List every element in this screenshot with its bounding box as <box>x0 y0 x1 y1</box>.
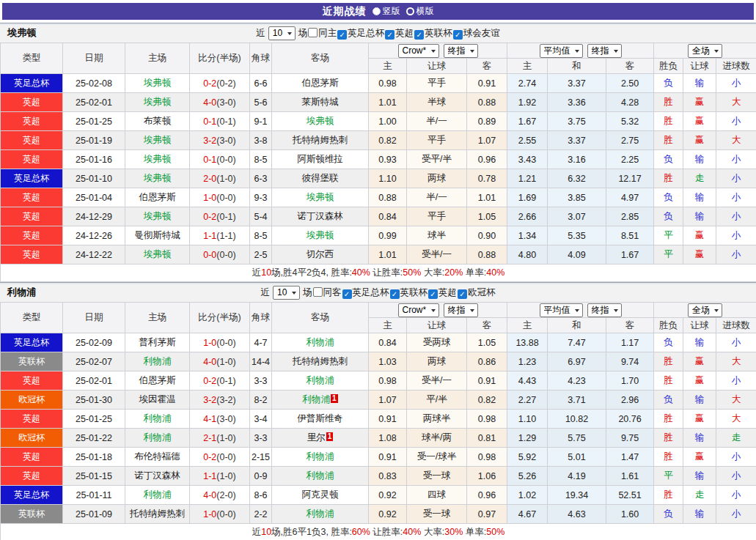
match-score: 1-0(0-0) <box>190 188 250 207</box>
competition-checkbox[interactable]: ✓ <box>453 30 463 40</box>
match-row: 英联杯25-02-07利物浦4-0(1-0)14-4托特纳姆热刺1.03两球0.… <box>1 352 756 371</box>
radio-selected-icon[interactable] <box>373 7 381 15</box>
fulltime-score: 1-0 <box>203 193 216 203</box>
summary-segment: 50% <box>486 527 504 537</box>
eu-away-odds: 2.50 <box>606 74 654 93</box>
fulltime-score: 0-2 <box>203 376 216 386</box>
col-handicap: 让球 <box>683 59 716 74</box>
corner-count: 5-4 <box>250 207 272 226</box>
radio-unselected-icon[interactable] <box>406 7 414 15</box>
scope-select[interactable]: 全场 <box>688 303 722 317</box>
team-section-liverpool: 利物浦 近10场同客✓英足总杯✓英联杯✓英超✓欧冠杯 类型 日期 主场 比分(半… <box>0 282 756 540</box>
competition-checkbox[interactable]: ✓ <box>458 289 467 299</box>
team-name-text: 埃弗顿 <box>307 192 334 202</box>
result-outcome: 负 <box>654 505 683 524</box>
summary-segment: 大率: <box>421 267 444 278</box>
same-side-checkbox[interactable] <box>313 287 323 297</box>
layout-option-horizontal[interactable]: 横版 <box>406 5 434 18</box>
corner-count: 4-7 <box>250 333 272 352</box>
summary-segment: 让胜率: <box>370 527 403 537</box>
match-count-select[interactable]: 10 <box>268 26 296 40</box>
filter-controls: 近10场同主✓英足总杯✓英超✓英联杯✓球会友谊 <box>255 26 501 40</box>
same-side-checkbox[interactable] <box>308 28 318 37</box>
away-team: 托特纳姆热刺 <box>272 131 369 150</box>
result-goals: 小 <box>716 467 756 486</box>
match-score: 4-0(1-0) <box>190 352 250 371</box>
match-type-badge: 英超 <box>1 410 63 429</box>
eu-final-select[interactable]: 终指 <box>587 303 622 317</box>
match-date: 25-01-25 <box>63 112 125 131</box>
eu-average-select[interactable]: 平均值 <box>540 44 583 58</box>
col-eu-away: 客 <box>606 318 654 333</box>
competition-checkbox[interactable]: ✓ <box>428 289 438 299</box>
result-goals: 小 <box>716 245 756 265</box>
team-name-text: 伯恩茅斯 <box>302 78 339 88</box>
bookmaker-select[interactable]: Crow* <box>398 303 439 317</box>
home-team: 布伦特福德 <box>125 448 190 467</box>
summary-segment: 场,胜6平1负3, 胜率: <box>271 527 352 537</box>
unit-label: 场 <box>298 28 308 38</box>
team-name-text: 利物浦 <box>307 451 334 462</box>
competition-checkbox[interactable]: ✓ <box>337 30 347 40</box>
match-score: 0-2(0-1) <box>190 371 250 391</box>
match-row: 英超25-02-01埃弗顿4-0(3-0)5-6莱斯特城1.01半球0.881.… <box>1 93 756 112</box>
radio-vertical-label: 竖版 <box>383 5 400 18</box>
match-date: 25-01-19 <box>63 131 125 150</box>
eu-average-select-wrap: 平均值 <box>540 303 583 317</box>
competition-checkbox[interactable]: ✓ <box>342 289 352 299</box>
match-score: 0-1(0-0) <box>190 150 250 169</box>
away-team: 利物浦 <box>272 448 369 467</box>
team-name-text: 普利茅斯 <box>139 337 176 347</box>
eu-final-select[interactable]: 终指 <box>587 44 622 58</box>
match-row: 英足总杯25-01-11利物浦4-0(2-0)8-6阿克灵顿0.92四球0.96… <box>1 486 756 505</box>
eu-away-odds: 2.96 <box>606 391 654 410</box>
match-date: 25-01-16 <box>63 150 125 169</box>
result-goals: 小 <box>716 112 756 131</box>
competition-checkbox[interactable]: ✓ <box>390 289 400 299</box>
match-score: 1-1(1-1) <box>190 226 250 245</box>
corner-count: 3-4 <box>250 410 272 429</box>
ah-handicap-line: 受半/一 <box>407 371 467 391</box>
match-score: 0-1(0-1) <box>190 112 250 131</box>
fulltime-score: 4-0 <box>203 357 216 367</box>
corner-count: 8-2 <box>250 391 272 410</box>
ah-final-select[interactable]: 终指 <box>444 44 478 58</box>
ah-home-odds: 1.03 <box>369 352 407 371</box>
col-date: 日期 <box>63 43 125 74</box>
col-type: 类型 <box>1 43 63 74</box>
competition-label: 英联杯 <box>425 28 452 38</box>
col-ah-away: 客 <box>467 318 507 333</box>
team-name-text: 阿斯顿维拉 <box>297 154 343 164</box>
eu-average-select[interactable]: 平均值 <box>540 303 583 317</box>
halftime-score: (0-1) <box>216 376 235 386</box>
eu-away-odds: 1.47 <box>606 448 654 467</box>
col-ah-home: 主 <box>369 59 407 74</box>
match-date: 25-01-25 <box>63 410 125 429</box>
result-handicap: 赢 <box>683 131 716 150</box>
team-name-text: 埃弗顿 <box>144 78 172 88</box>
scope-select[interactable]: 全场 <box>688 44 722 58</box>
result-outcome: 胜 <box>654 352 683 371</box>
summary-segment: 30% <box>444 527 463 537</box>
filter-bar: 埃弗顿 近10场同主✓英足总杯✓英超✓英联杯✓球会友谊 <box>0 23 756 42</box>
bookmaker-select[interactable]: Crow* <box>398 44 439 58</box>
competition-checkbox[interactable]: ✓ <box>414 30 424 40</box>
match-type-badge: 英超 <box>1 150 63 169</box>
result-handicap: 输 <box>683 505 716 524</box>
eu-home-odds: 1.21 <box>507 169 548 188</box>
layout-option-vertical[interactable]: 竖版 <box>373 5 400 18</box>
match-row: 英超25-01-15诺丁汉森林1-1(1-0)0-9利物浦0.83受一球1.06… <box>1 467 756 486</box>
ah-handicap-line: 平手 <box>407 207 467 226</box>
match-row: 英超25-01-25利物浦4-1(3-0)3-4伊普斯维奇0.91两球半0.98… <box>1 410 756 429</box>
ah-final-select-wrap: 终指 <box>444 44 478 58</box>
match-count-select[interactable]: 10 <box>273 286 300 300</box>
team-name-text: 彼得堡联 <box>302 173 339 183</box>
eu-away-odds: 1.61 <box>606 467 654 486</box>
col-away: 客场 <box>272 43 369 74</box>
result-handicap: 赢 <box>683 410 716 429</box>
fulltime-score: 2-0 <box>203 174 216 184</box>
ah-handicap-line: 两球 <box>407 169 467 188</box>
col-score: 比分(半场) <box>190 303 250 333</box>
competition-checkbox[interactable]: ✓ <box>385 30 394 40</box>
ah-final-select[interactable]: 终指 <box>444 303 478 317</box>
